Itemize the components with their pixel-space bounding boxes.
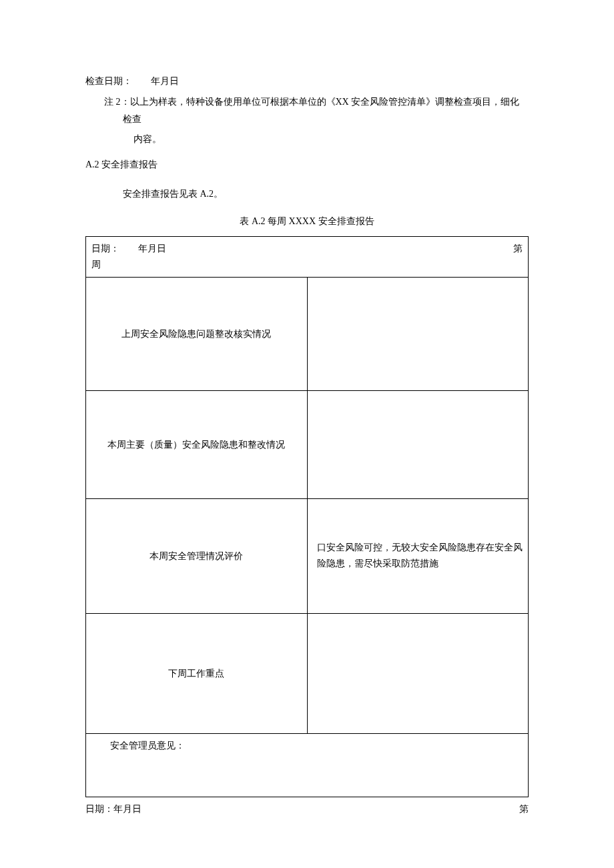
table-header-cell: 日期： 年月日 第 周 bbox=[86, 237, 529, 278]
section-heading-a2: A.2 安全排查报告 bbox=[85, 157, 529, 173]
note2-line: 注 2：以上为样表，特种设备使用单位可根据本单位的《XX 安全风险管控清单》调整… bbox=[104, 93, 529, 129]
check-date-line: 检查日期： 年月日 bbox=[85, 73, 529, 89]
row2-content bbox=[307, 390, 529, 498]
header-date: 日期： 年月日 bbox=[91, 241, 166, 257]
footer-week: 第 bbox=[519, 801, 529, 817]
footer-date: 日期：年月日 bbox=[85, 801, 141, 817]
header-week-below: 周 bbox=[91, 260, 101, 270]
row1-content bbox=[307, 277, 529, 390]
note2-continuation: 内容。 bbox=[85, 131, 529, 147]
row4-label: 下周工作重点 bbox=[86, 613, 308, 733]
row2-label: 本周主要（质量）安全风险隐患和整改情况 bbox=[86, 390, 308, 498]
row3-label: 本周安全管理情况评价 bbox=[86, 498, 308, 613]
footer-line: 日期：年月日 第 bbox=[85, 801, 529, 817]
header-week-right: 第 bbox=[513, 241, 523, 257]
see-table-line: 安全排查报告见表 A.2。 bbox=[85, 186, 529, 202]
row1-label: 上周安全风险隐患问题整改核实情况 bbox=[86, 277, 308, 390]
row4-content bbox=[307, 613, 529, 733]
table-caption: 表 A.2 每周 XXXX 安全排查报告 bbox=[85, 213, 529, 230]
report-table: 日期： 年月日 第 周 上周安全风险隐患问题整改核实情况 本周主要（质量）安全风… bbox=[85, 236, 529, 797]
row5-opinion: 安全管理员意见： bbox=[86, 733, 529, 797]
row3-content: 口安全风险可控，无较大安全风险隐患存在安全风险隐患，需尽快采取防范措施 bbox=[307, 498, 529, 613]
